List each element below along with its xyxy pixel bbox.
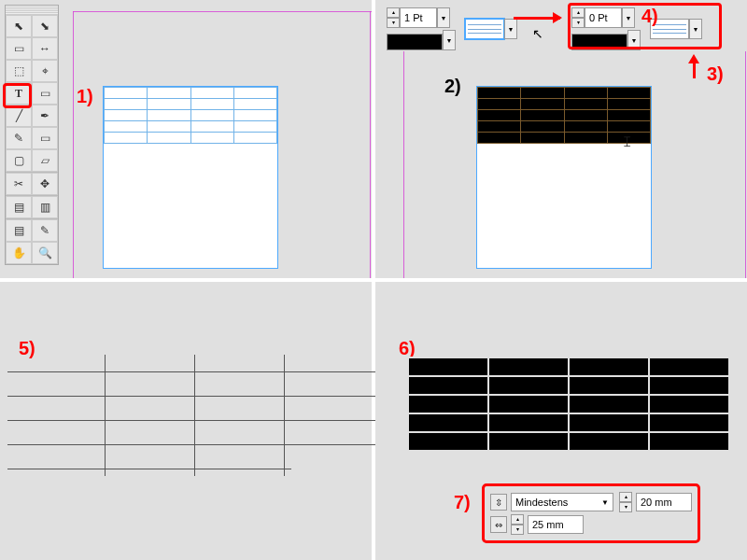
stroke-controls-1pt: ▴▾ 1 Pt ▼ ▼ ▼ bbox=[387, 7, 517, 50]
grid-vline bbox=[105, 355, 106, 476]
hand-tool[interactable]: ✋ bbox=[6, 242, 32, 264]
stroke-color-dropdown[interactable]: ▼ bbox=[443, 30, 456, 50]
grid-vline bbox=[194, 355, 195, 476]
selection-tool[interactable]: ⬉ bbox=[6, 15, 32, 37]
row-height-field[interactable]: 20 mm bbox=[636, 493, 692, 511]
rectangle-tool[interactable]: ▢ bbox=[6, 149, 32, 172]
line-tool[interactable]: ╱ bbox=[6, 105, 32, 127]
grid-hline bbox=[7, 396, 381, 397]
stroke-color-dropdown-2[interactable]: ▼ bbox=[627, 30, 641, 50]
step-label-2: 2) bbox=[444, 76, 461, 97]
step-label-3: 3) bbox=[707, 63, 724, 85]
annotation-arrow-right bbox=[514, 17, 560, 20]
gap-tool[interactable]: ↔ bbox=[32, 37, 58, 60]
direct-selection-tool[interactable]: ⬊ bbox=[32, 15, 58, 37]
stroke-weight-dropdown[interactable]: ▼ bbox=[437, 7, 450, 28]
type-tool[interactable]: T bbox=[6, 82, 32, 105]
page-tool[interactable]: ▭ bbox=[6, 37, 32, 60]
column-width-field[interactable]: 25 mm bbox=[528, 515, 584, 534]
grid-hline bbox=[7, 444, 381, 445]
stroke-controls-0pt: ▴▾ 0 Pt ▼ ▼ ▼ bbox=[571, 7, 702, 50]
type-path-tool[interactable]: ▭ bbox=[32, 82, 58, 105]
panel-2: ▴▾ 1 Pt ▼ ▼ ▼ ↖ ▴▾ 0 Pt ▼ bbox=[375, 0, 747, 278]
scissors-tool[interactable]: ✂ bbox=[6, 173, 32, 195]
row-height-spinner[interactable]: ▴▾ bbox=[619, 492, 632, 512]
guide-right-2 bbox=[745, 51, 746, 278]
step-label-4: 4) bbox=[641, 6, 658, 27]
content-collector-tool[interactable]: ⬚ bbox=[6, 60, 32, 82]
stroke-style-dropdown[interactable]: ▼ bbox=[504, 19, 517, 39]
step-label-7: 7) bbox=[454, 492, 471, 513]
palette-grip[interactable] bbox=[6, 6, 58, 15]
grid-hline bbox=[7, 371, 381, 372]
grid-vline bbox=[284, 355, 285, 476]
panel-6: 6) 7) ⇳ Mindestens ▼ ▴▾ 20 mm ⇔ ▴▾ 25 mm bbox=[375, 282, 747, 560]
row-height-panel: ⇳ Mindestens ▼ ▴▾ 20 mm ⇔ ▴▾ 25 mm bbox=[482, 483, 700, 543]
gradient-swatch-tool[interactable]: ▤ bbox=[6, 196, 32, 218]
stroke-color-swatch-2[interactable] bbox=[571, 34, 627, 50]
rectangle-frame-tool[interactable]: ▭ bbox=[32, 127, 58, 149]
column-width-spinner[interactable]: ▴▾ bbox=[511, 514, 524, 535]
text-frame-1[interactable] bbox=[103, 86, 278, 269]
panel-5: 5) bbox=[0, 282, 372, 560]
note-tool[interactable]: ▤ bbox=[6, 219, 32, 242]
stroke-style-dropdown-2[interactable]: ▼ bbox=[689, 19, 702, 39]
content-placer-tool[interactable]: ⌖ bbox=[32, 60, 58, 82]
stroke-weight-spinner[interactable]: ▴▾ bbox=[387, 7, 400, 28]
text-cursor-icon: 𝙸 bbox=[622, 133, 632, 150]
stroke-color-swatch[interactable] bbox=[387, 34, 443, 50]
annotation-arrow-up bbox=[693, 58, 696, 78]
stroke-weight-spinner-2[interactable]: ▴▾ bbox=[571, 7, 585, 28]
polygon-tool[interactable]: ▱ bbox=[32, 149, 58, 172]
guide-top bbox=[73, 11, 372, 12]
tools-palette: ⬉ ⬊ ▭ ↔ ⬚ ⌖ T ▭ ╱ ✒ ✎ ▭ ▢ ▱ ✂ ✥ ▤ ▥ ▤ ✎ … bbox=[5, 5, 59, 265]
stroke-weight-field[interactable]: 1 Pt bbox=[400, 7, 437, 28]
eyedropper-tool[interactable]: ✎ bbox=[32, 219, 58, 242]
step-label-5: 5) bbox=[19, 338, 35, 359]
table-light[interactable] bbox=[104, 87, 277, 144]
grid-hline bbox=[7, 420, 381, 421]
row-height-mode-value: Mindestens bbox=[515, 497, 568, 508]
row-height-mode-select[interactable]: Mindestens ▼ bbox=[511, 493, 613, 511]
cursor-icon: ↖ bbox=[532, 26, 543, 41]
stroke-weight-dropdown-2[interactable]: ▼ bbox=[622, 7, 635, 28]
gradient-feather-tool[interactable]: ▥ bbox=[32, 196, 58, 218]
guide-left bbox=[73, 11, 74, 278]
stroke-weight-field-2[interactable]: 0 Pt bbox=[585, 7, 622, 28]
stroke-style-preview[interactable] bbox=[465, 19, 504, 39]
step-label-1: 1) bbox=[77, 86, 93, 107]
column-width-icon: ⇔ bbox=[490, 516, 507, 533]
panel-1: ⬉ ⬊ ▭ ↔ ⬚ ⌖ T ▭ ╱ ✒ ✎ ▭ ▢ ▱ ✂ ✥ ▤ ▥ ▤ ✎ … bbox=[0, 0, 372, 278]
row-height-icon: ⇳ bbox=[490, 494, 507, 511]
table-result-dark[interactable] bbox=[407, 357, 730, 452]
pencil-tool[interactable]: ✎ bbox=[6, 127, 32, 149]
text-frame-2[interactable]: 𝙸 bbox=[476, 86, 652, 269]
free-transform-tool[interactable]: ✥ bbox=[32, 173, 58, 195]
grid-hline bbox=[7, 469, 291, 469]
zoom-tool[interactable]: 🔍 bbox=[32, 242, 58, 264]
guide-right bbox=[370, 11, 371, 278]
pen-tool[interactable]: ✒ bbox=[32, 105, 58, 127]
dropdown-caret-icon: ▼ bbox=[601, 498, 609, 507]
guide-left-2 bbox=[403, 51, 404, 278]
